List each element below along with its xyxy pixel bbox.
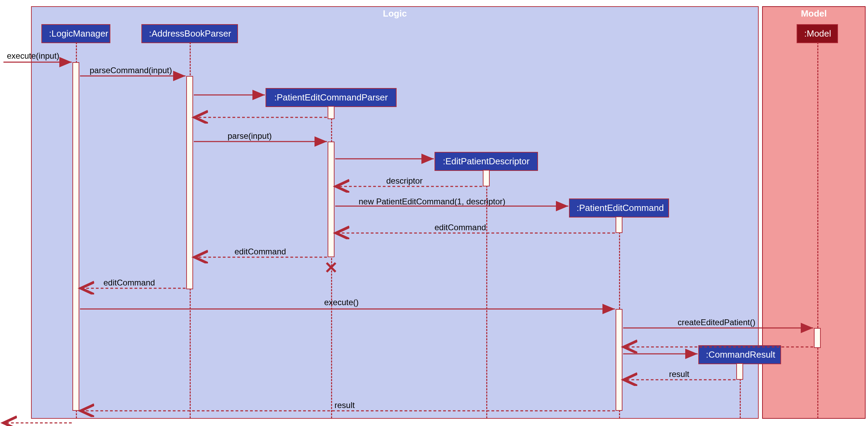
lifeline-edit-patient-descriptor <box>486 170 487 418</box>
msg-result-2: result <box>335 400 355 410</box>
lifeline-model <box>817 42 818 418</box>
participant-model: :Model <box>797 24 838 43</box>
activation-parser-create <box>328 106 335 119</box>
msg-descriptor: descriptor <box>386 176 422 186</box>
activation-command-create <box>616 216 622 233</box>
msg-edit-command-3: editCommand <box>103 278 155 288</box>
participant-address-book-parser: :AddressBookParser <box>141 24 238 43</box>
logic-frame-title: Logic <box>378 7 411 20</box>
msg-edit-command-2: editCommand <box>235 247 286 256</box>
model-frame-title: Model <box>796 7 831 20</box>
msg-parse-input: parse(input) <box>228 131 272 141</box>
activation-parser-parse <box>328 142 335 257</box>
participant-edit-patient-descriptor: :EditPatientDescriptor <box>435 152 538 171</box>
participant-command-result: :CommandResult <box>698 345 781 364</box>
participant-patient-edit-command-parser: :PatientEditCommandParser <box>266 88 397 107</box>
msg-create-edited-patient: createEditedPatient() <box>678 318 755 327</box>
activation-model <box>814 328 821 348</box>
msg-execute: execute() <box>324 298 359 307</box>
activation-descriptor <box>483 170 490 186</box>
activation-command-execute <box>616 309 622 411</box>
activation-logic-manager <box>72 62 79 411</box>
msg-edit-command-1: editCommand <box>435 223 486 232</box>
msg-new-patient-edit-command: new PatientEditCommand(1, descriptor) <box>359 197 506 206</box>
activation-address-book-parser <box>186 76 193 289</box>
participant-patient-edit-command: :PatientEditCommand <box>569 199 669 217</box>
participant-logic-manager: :LogicManager <box>41 24 110 43</box>
msg-result-1: result <box>669 369 689 379</box>
msg-execute-input: execute(input) <box>7 51 59 61</box>
activation-command-result <box>736 363 743 380</box>
destroy-icon: ✕ <box>324 258 338 277</box>
msg-parse-command: parseCommand(input) <box>90 66 172 75</box>
